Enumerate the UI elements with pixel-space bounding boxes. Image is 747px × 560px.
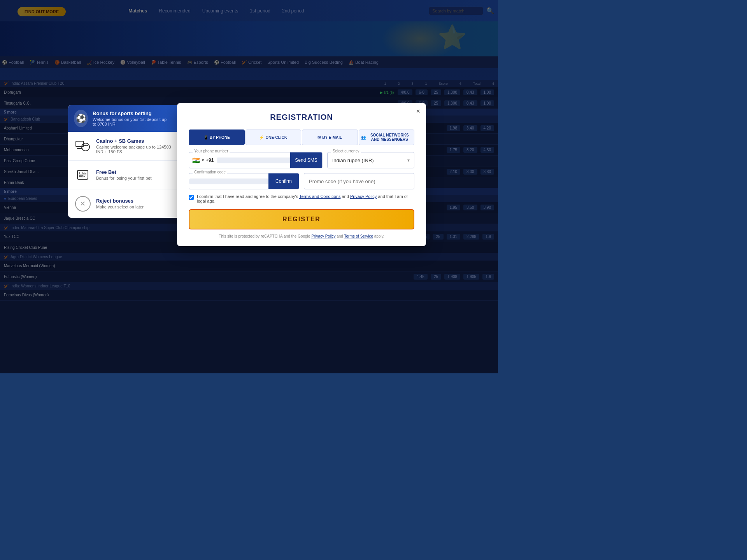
currency-wrapper: Indian rupee (INR) <box>327 152 414 168</box>
email-tab-label: BY E-MAIL <box>322 135 342 140</box>
currency-label: Select currency <box>331 149 361 153</box>
casino-bonus-text: Casino + SB Games Casino welcome package… <box>96 138 171 154</box>
phone-tab-icon: 📱 <box>203 135 208 140</box>
casino-bonus-title: Casino + SB Games <box>96 138 171 144</box>
freebet-desc: Bonus for losing your first bet <box>96 176 151 180</box>
casino-icon <box>74 137 91 155</box>
registration-modal: × REGISTRATION 📱 BY PHONE ⚡ ONE-CLICK ✉ … <box>177 103 426 246</box>
reject-icon: ✕ <box>74 195 91 212</box>
email-tab-icon: ✉ <box>317 135 321 140</box>
phone-field: Your phone number 🇮🇳 ▼ +91 Send SMS <box>189 152 323 168</box>
phone-label: Your phone number <box>193 149 230 153</box>
bonus-item-reject[interactable]: ✕ Reject bonuses Make your selection lat… <box>68 189 177 218</box>
bonus-panel: ⚽ Bonus for sports betting Welcome bonus… <box>68 105 177 218</box>
terms-checkbox[interactable] <box>189 195 194 200</box>
tab-social[interactable]: 👥 SOCIAL NETWORKS AND MESSENGERS <box>359 130 415 145</box>
modal-close-button[interactable]: × <box>416 108 420 115</box>
svg-point-4 <box>86 145 88 146</box>
confirmation-input-group: Confirm <box>189 173 299 189</box>
svg-rect-5 <box>77 148 82 149</box>
social-tab-icon: 👥 <box>361 135 366 140</box>
send-sms-button[interactable]: Send SMS <box>290 152 322 168</box>
phone-tab-label: BY PHONE <box>210 135 230 140</box>
svg-rect-0 <box>76 141 84 147</box>
phone-currency-row: Your phone number 🇮🇳 ▼ +91 Send SMS Sele… <box>189 152 414 168</box>
bonus-item-casino[interactable]: Casino + SB Games Casino welcome package… <box>68 132 177 161</box>
recaptcha-text: This site is protected by reCAPTCHA and … <box>189 234 414 238</box>
country-flag-select[interactable]: 🇮🇳 ▼ +91 <box>189 157 217 164</box>
tab-one-click[interactable]: ⚡ ONE-CLICK <box>245 130 302 145</box>
recaptcha-privacy-link[interactable]: Privacy Policy <box>311 234 335 238</box>
oneclick-tab-label: ONE-CLICK <box>265 135 287 140</box>
modal-title: REGISTRATION <box>189 113 414 122</box>
reject-text: Reject bonuses Make your selection later <box>96 198 144 209</box>
freebet-title: Free Bet <box>96 169 151 175</box>
confirmation-label: Confirmation code <box>193 170 227 174</box>
reject-title: Reject bonuses <box>96 198 144 204</box>
phone-input[interactable] <box>217 158 290 163</box>
terms-text: I confirm that I have read and agree to … <box>197 194 414 203</box>
terms-conditions-link[interactable]: Terms and Conditions <box>299 194 340 199</box>
tab-by-phone[interactable]: 📱 BY PHONE <box>189 130 245 145</box>
currency-field: Select currency Indian rupee (INR) <box>327 152 414 168</box>
casino-bonus-desc: Casino welcome package up to 124500 INR … <box>96 145 171 154</box>
terms-row: I confirm that I have read and agree to … <box>189 194 414 203</box>
bonus-item-freebet[interactable]: FREE RISK Free Bet Bonus for losing your… <box>68 161 177 189</box>
privacy-policy-link[interactable]: Privacy Policy <box>350 194 377 199</box>
chevron-down-icon: ▼ <box>201 158 205 162</box>
currency-select[interactable]: Indian rupee (INR) <box>327 152 414 168</box>
confirmation-input[interactable] <box>189 178 268 184</box>
bonus-header-title: Bonus for sports betting <box>93 110 171 116</box>
registration-tabs: 📱 BY PHONE ⚡ ONE-CLICK ✉ BY E-MAIL 👥 SOC… <box>189 130 414 145</box>
confirmation-field: Confirmation code Confirm <box>189 173 299 189</box>
freebet-icon: FREE RISK <box>74 166 91 184</box>
phone-prefix: +91 <box>206 158 214 163</box>
promo-field <box>304 173 414 189</box>
social-tab-label: SOCIAL NETWORKS AND MESSENGERS <box>367 133 412 142</box>
bonus-sport-icon: ⚽ <box>74 110 88 127</box>
bonus-header-text: Bonus for sports betting Welcome bonus o… <box>93 110 171 126</box>
recaptcha-terms-link[interactable]: Terms of Service <box>344 234 373 238</box>
svg-point-3 <box>85 145 86 146</box>
promo-input[interactable] <box>304 173 414 189</box>
register-button[interactable]: REGISTER <box>189 209 414 229</box>
confirmation-promo-row: Confirmation code Confirm <box>189 173 414 189</box>
phone-input-group: 🇮🇳 ▼ +91 Send SMS <box>189 152 323 168</box>
oneclick-tab-icon: ⚡ <box>259 135 264 140</box>
reject-desc: Make your selection later <box>96 205 144 209</box>
bonus-panel-header: ⚽ Bonus for sports betting Welcome bonus… <box>68 105 177 132</box>
freebet-text: Free Bet Bonus for losing your first bet <box>96 169 151 180</box>
svg-point-2 <box>83 145 85 146</box>
tab-by-email[interactable]: ✉ BY E-MAIL <box>302 130 358 145</box>
india-flag: 🇮🇳 <box>192 157 200 164</box>
confirm-button[interactable]: Confirm <box>268 173 299 189</box>
bonus-header-desc: Welcome bonus on your 1st deposit up to … <box>93 117 171 126</box>
